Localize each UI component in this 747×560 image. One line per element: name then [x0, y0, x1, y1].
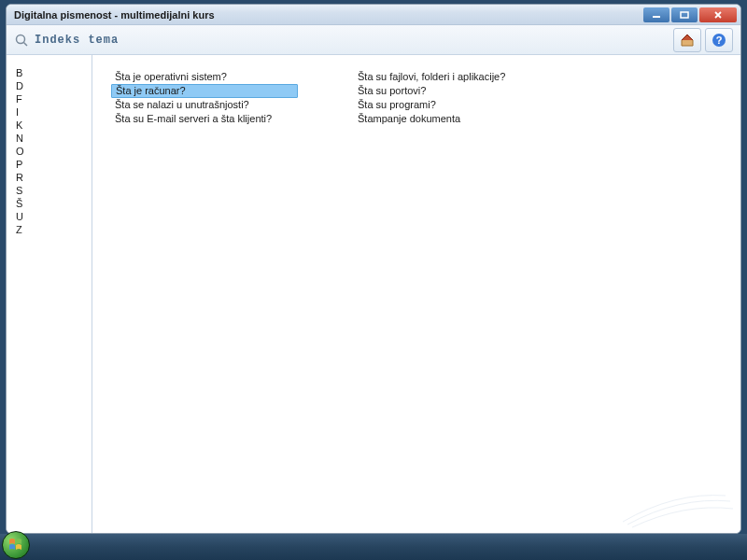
topic-column-2: Šta su fajlovi, folderi i aplikacije?Šta… — [354, 70, 597, 525]
svg-line-3 — [24, 42, 28, 46]
toolbar: Indeks tema ? — [7, 25, 740, 55]
body-area: BDFIKNOPRSŠUZ Šta je operativni sistem?Š… — [7, 55, 740, 533]
topic-link[interactable]: Šta su portovi? — [354, 84, 597, 98]
alpha-index-letter[interactable]: Z — [16, 223, 92, 236]
taskbar[interactable] — [0, 534, 747, 560]
alpha-index-letter[interactable]: U — [16, 210, 92, 223]
alpha-index-letter[interactable]: R — [16, 171, 92, 184]
alpha-index-letter[interactable]: F — [16, 92, 92, 105]
home-button[interactable] — [673, 28, 701, 52]
alpha-index-letter[interactable]: N — [16, 132, 92, 145]
alpha-index-letter[interactable]: S — [16, 184, 92, 197]
help-icon: ? — [711, 32, 727, 49]
alpha-index-letter[interactable]: I — [16, 105, 92, 119]
topic-link[interactable]: Šta su fajlovi, folderi i aplikacije? — [354, 70, 597, 84]
svg-rect-1 — [681, 12, 688, 18]
windows-logo-icon — [7, 537, 24, 553]
alpha-index-letter[interactable]: D — [16, 79, 92, 92]
close-button[interactable] — [699, 7, 737, 22]
decorative-swoosh-icon — [623, 492, 735, 529]
start-button[interactable] — [2, 531, 30, 559]
topic-link[interactable]: Šta se nalazi u unutrašnjosti? — [111, 98, 354, 112]
window-title: Digitalna pismenost - multimedijalni kur… — [14, 9, 643, 21]
alpha-index-letter[interactable]: B — [16, 66, 92, 79]
minimize-button[interactable] — [643, 7, 669, 22]
alpha-index-letter[interactable]: P — [16, 158, 92, 171]
topic-content: Šta je operativni sistem?Šta je računar?… — [92, 55, 740, 533]
help-button[interactable]: ? — [705, 28, 733, 52]
topic-column-1: Šta je operativni sistem?Šta je računar?… — [111, 70, 354, 525]
search-icon — [14, 33, 29, 48]
alpha-index-letter[interactable]: O — [16, 145, 92, 158]
topic-link[interactable]: Šta je operativni sistem? — [111, 70, 354, 84]
alpha-index-letter[interactable]: K — [16, 119, 92, 132]
alpha-index-letter[interactable]: Š — [16, 197, 92, 210]
svg-rect-0 — [653, 16, 660, 18]
index-label: Indeks tema — [35, 34, 119, 47]
topic-link[interactable]: Šta je računar? — [111, 84, 298, 98]
home-icon — [679, 32, 696, 49]
topic-link[interactable]: Šta su programi? — [354, 98, 597, 112]
alpha-index-sidebar: BDFIKNOPRSŠUZ — [7, 55, 92, 533]
maximize-button[interactable] — [671, 7, 698, 22]
topic-link[interactable]: Šta su E-mail serveri a šta klijenti? — [111, 112, 354, 126]
topic-link[interactable]: Štampanje dokumenta — [354, 112, 597, 126]
titlebar: Digitalna pismenost - multimedijalni kur… — [7, 5, 740, 25]
window-controls — [643, 7, 737, 22]
app-window: Digitalna pismenost - multimedijalni kur… — [6, 4, 741, 534]
svg-point-2 — [17, 35, 25, 43]
svg-text:?: ? — [716, 35, 723, 46]
